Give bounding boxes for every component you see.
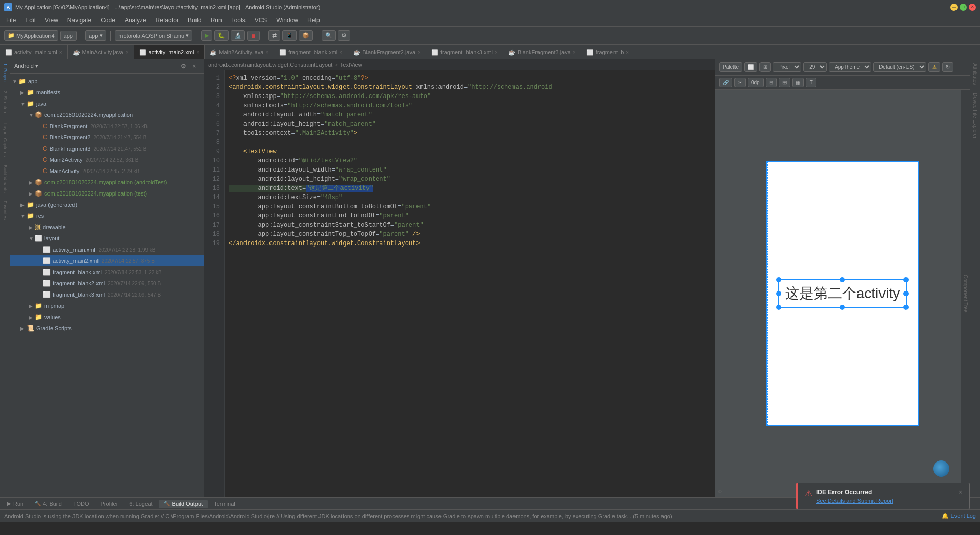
infer-constraints-btn[interactable]: 🔗 [719,78,732,87]
event-log-link[interactable]: 🔔 Event Log [942,513,976,519]
stop-button[interactable]: ⏹ [247,31,260,41]
tab-close-icon-4[interactable]: × [265,50,268,55]
favorites-panel-toggle[interactable]: Favorites [3,197,8,224]
error-details-link[interactable]: See Details and Submit Report [816,498,954,504]
maximize-button[interactable]: □ [960,4,967,11]
theme-select[interactable]: AppTheme [829,62,871,72]
tab-close-icon-8[interactable]: × [573,50,576,55]
tree-item-blankfragment2[interactable]: C BlankFragment2 2020/7/14 21:47, 554 B [10,132,204,143]
bottom-tab-profiler[interactable]: Profiler [95,500,123,508]
handle-mr[interactable] [903,291,909,296]
tree-item-package[interactable]: ▼ 📦 com.c201801020224.myapplication [10,109,204,120]
tree-item-fragment-blank-xml[interactable]: ⬜ fragment_blank.xml 2020/7/14 22:53, 1.… [10,266,204,278]
tab-activity-main-xml[interactable]: ⬜ activity_main.xml × [0,45,68,59]
sdk-button[interactable]: 📦 [299,30,313,41]
tree-item-activity-main-xml[interactable]: ⬜ activity_main.xml 2020/7/14 22:28, 1.9… [10,244,204,255]
tree-item-manifests[interactable]: ▶ 📁 manifests [10,87,204,98]
error-close-icon[interactable]: × [959,489,962,496]
tree-item-drawable[interactable]: ▶ 🖼 drawable [10,222,204,233]
menu-tools[interactable]: Tools [227,16,250,25]
guidelines-btn[interactable]: ⊞ [779,78,790,87]
clear-constraints-btn[interactable]: ✂ [734,78,746,87]
code-editor[interactable]: 12345 678910 1112131415 16171819 <?xml v… [204,70,715,497]
tab-fragment-blank3-xml[interactable]: ⬜ fragment_blank3.xml × [426,45,503,59]
handle-bl[interactable] [776,305,781,310]
tree-item-fragment-blank3-xml[interactable]: ⬜ fragment_blank3.xml 2020/7/14 22:09, 5… [10,289,204,300]
menu-analyze[interactable]: Analyze [120,16,151,25]
tree-item-fragment-blank2-xml[interactable]: ⬜ fragment_blank2.xml 2020/7/14 22:09, 5… [10,278,204,289]
tab-blankfragment2-java[interactable]: ☕ BlankFragment2.java × [348,45,426,59]
handle-bm[interactable] [840,305,845,310]
breadcrumb-constraintlayout[interactable]: androidx.constraintlayout.widget.Constra… [208,62,332,68]
structure-panel-toggle[interactable]: 2: Structure [3,87,8,119]
search-everywhere-button[interactable]: 🔍 [322,30,336,41]
avd-button[interactable]: 📱 [282,30,297,41]
tree-item-mipmap[interactable]: ▶ 📁 mipmap [10,300,204,311]
build-variants-panel-toggle[interactable]: Build Variants [3,161,8,197]
code-content[interactable]: <?xml version="1.0" encoding="utf-8"?> <… [225,70,715,497]
attributes-panel-toggle[interactable]: Attributes [972,59,978,89]
project-panel-toggle[interactable]: 1: Project [3,59,8,87]
tab-blankfragment3-java[interactable]: ☕ BlankFragment3.java × [503,45,581,59]
run-button[interactable]: ▶ [201,30,212,41]
project-tool-gear[interactable]: ⚙ [178,61,188,71]
handle-br[interactable] [903,305,909,310]
handle-tm[interactable] [840,277,845,282]
run-config-btn[interactable]: app ▾ [85,30,106,41]
zoom-controls-btn[interactable]: T [806,78,816,87]
tree-item-blankfragment[interactable]: C BlankFragment 2020/7/14 22:57, 1.06 kB [10,120,204,132]
menu-build[interactable]: Build [184,16,206,25]
helpers-btn[interactable]: ▦ [792,78,804,87]
tab-close-icon-2[interactable]: × [126,50,129,55]
tab-fragment-b[interactable]: ⬜ fragment_b × [581,45,635,59]
project-name-btn[interactable]: 📁 MyApplication4 [4,30,58,41]
bottom-tab-logcat[interactable]: 6: Logcat [124,500,157,508]
tab-close-icon-6[interactable]: × [418,50,421,55]
handle-ml[interactable] [776,291,781,296]
preview-canvas[interactable]: 这是第二个activity Component Tree © 1:1 [715,90,970,497]
toggle-constraints[interactable]: ⊞ [760,62,771,72]
menu-code[interactable]: Code [96,16,119,25]
handle-tl[interactable] [776,277,781,282]
menu-help[interactable]: Help [303,16,324,25]
margin-input[interactable]: 0dp [748,78,764,87]
palette-button[interactable]: Palette [719,62,742,72]
tab-mainactivity-java[interactable]: ☕ MainActivity.java × [68,45,134,59]
project-tool-close[interactable]: × [189,61,200,71]
tree-item-mainactivity[interactable]: C MainActivity 2020/7/14 22:45, 2.29 kB [10,165,204,177]
tree-item-java[interactable]: ▼ 📁 java [10,98,204,109]
tree-item-main2activity[interactable]: C Main2Activity 2020/7/14 22:52, 361 B [10,154,204,165]
refresh-button[interactable]: ↻ [942,62,953,72]
minimize-button[interactable]: — [950,4,958,11]
tab-close-icon-5[interactable]: × [339,50,342,55]
device-file-explorer-toggle[interactable]: Device File Explorer [972,89,978,142]
tree-item-package-test[interactable]: ▶ 📦 com.c201801020224.myapplication (tes… [10,188,204,199]
tree-item-gradle-scripts[interactable]: ▶ 📜 Gradle Scripts [10,323,204,334]
tab-close-icon-3[interactable]: × [196,50,199,55]
tab-activity-main2-xml[interactable]: ⬜ activity_main2.xml × [134,45,205,59]
tab-close-icon-9[interactable]: × [626,50,629,55]
tree-item-app[interactable]: ▼ 📁 app [10,76,204,87]
breadcrumb-textview[interactable]: TextView [340,62,362,68]
captures-panel-toggle[interactable]: Layout Captures [3,119,8,161]
menu-navigate[interactable]: Navigate [63,16,95,25]
tree-item-activity-main2-xml[interactable]: ⬜ activity_main2.xml 2020/7/14 22:57, 87… [10,255,204,266]
menu-refactor[interactable]: Refactor [152,16,183,25]
tab-close-icon[interactable]: × [59,50,62,55]
menu-view[interactable]: View [41,16,62,25]
tree-item-java-generated[interactable]: ▶ 📁 java (generated) [10,199,204,210]
device-selector-btn[interactable]: motorola AOSP on Shamu ▾ [115,30,192,41]
warning-button[interactable]: ⚠ [928,62,940,72]
settings-button[interactable]: ⚙ [338,30,350,41]
debug-button[interactable]: 🐛 [214,30,229,41]
bottom-tab-todo[interactable]: TODO [68,500,94,508]
textview-widget[interactable]: 这是第二个activity [778,279,908,308]
align-btn[interactable]: ⊟ [766,78,777,87]
tree-item-res[interactable]: ▼ 📁 res [10,210,204,222]
design-toggle[interactable]: ⬜ [744,62,757,72]
menu-run[interactable]: Run [207,16,226,25]
tree-item-package-androidtest[interactable]: ▶ 📦 com.c201801020224.myapplication (and… [10,177,204,188]
tree-item-layout[interactable]: ▼ ⬜ layout [10,233,204,244]
app-module-btn[interactable]: app [60,31,77,41]
device-select[interactable]: Pixel [773,62,801,72]
